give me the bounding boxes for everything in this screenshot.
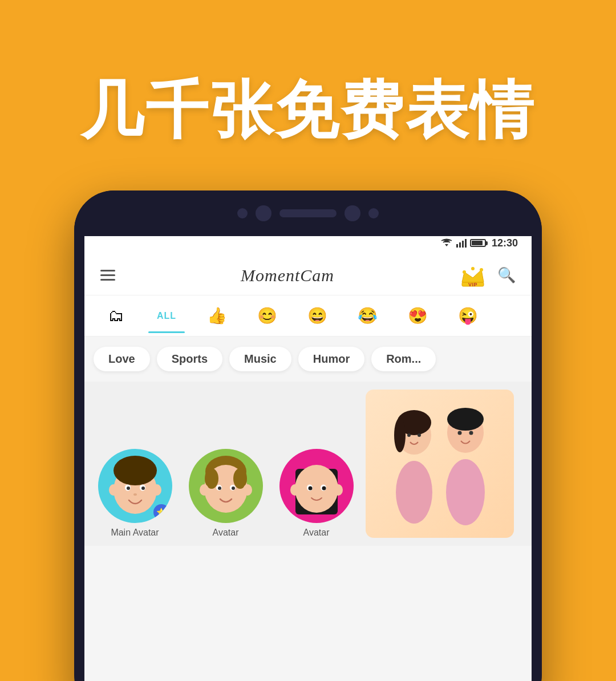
category-love[interactable]: Love bbox=[94, 347, 150, 371]
camera-dot-right2 bbox=[368, 208, 379, 218]
tongue-icon: 😜 bbox=[458, 308, 478, 324]
signal-icon bbox=[456, 238, 467, 248]
svg-point-25 bbox=[218, 487, 221, 490]
svg-rect-2 bbox=[459, 242, 461, 248]
camera-main bbox=[256, 205, 271, 221]
hi-icon: 😊 bbox=[257, 308, 277, 324]
tab-bar: 🗂 ALL 👍 😊 😄 😂 😍 bbox=[84, 295, 532, 337]
smile-icon: 😄 bbox=[307, 308, 327, 324]
hamburger-line-1 bbox=[100, 270, 115, 271]
avatar1-label: Avatar bbox=[213, 528, 239, 538]
status-time: 12:30 bbox=[492, 237, 518, 249]
laugh-icon: 😂 bbox=[358, 308, 378, 324]
avatar-card-1[interactable]: Avatar bbox=[184, 449, 267, 538]
tab-heart-eyes[interactable]: 😍 bbox=[395, 299, 440, 333]
couple-card[interactable] bbox=[366, 390, 514, 538]
svg-point-11 bbox=[114, 456, 157, 485]
heart-eyes-icon: 😍 bbox=[408, 308, 428, 324]
favorites-icon: 🗂 bbox=[108, 308, 124, 324]
avatar-circle-2 bbox=[279, 449, 354, 523]
main-avatar-badge: ⭐ bbox=[153, 504, 169, 520]
category-humor[interactable]: Humor bbox=[298, 347, 364, 371]
svg-point-18 bbox=[152, 484, 161, 496]
tab-tongue[interactable]: 😜 bbox=[445, 299, 491, 333]
svg-point-40 bbox=[396, 461, 432, 524]
hamburger-line-2 bbox=[100, 274, 115, 276]
hamburger-button[interactable] bbox=[100, 270, 115, 281]
battery-icon bbox=[470, 239, 486, 247]
tab-hi[interactable]: 😊 bbox=[244, 299, 290, 333]
vip-button[interactable]: VIP bbox=[460, 262, 486, 289]
tab-laugh[interactable]: 😂 bbox=[345, 299, 390, 333]
svg-rect-1 bbox=[456, 244, 458, 248]
couple-illustration bbox=[368, 401, 511, 538]
thumbsup-icon: 👍 bbox=[207, 308, 227, 324]
svg-point-33 bbox=[308, 487, 312, 491]
vip-label: VIP bbox=[468, 282, 477, 287]
svg-point-34 bbox=[322, 487, 326, 491]
app-header: MomentCam VIP 🔍 bbox=[84, 256, 532, 295]
svg-point-15 bbox=[141, 487, 145, 490]
svg-point-42 bbox=[418, 433, 421, 437]
svg-point-44 bbox=[447, 408, 484, 431]
tab-all[interactable]: ALL bbox=[144, 299, 189, 333]
svg-point-41 bbox=[407, 433, 411, 437]
avatar-circle-main: ⭐ bbox=[98, 449, 172, 523]
svg-point-7 bbox=[463, 270, 466, 274]
tab-favorites[interactable]: 🗂 bbox=[94, 299, 139, 333]
camera-right bbox=[345, 205, 360, 221]
svg-point-8 bbox=[471, 267, 475, 270]
tab-all-label: ALL bbox=[157, 311, 176, 321]
svg-point-9 bbox=[480, 268, 483, 271]
category-music[interactable]: Music bbox=[229, 347, 291, 371]
tab-smile[interactable]: 😄 bbox=[294, 299, 340, 333]
svg-point-35 bbox=[290, 484, 299, 496]
svg-rect-3 bbox=[462, 241, 464, 248]
tab-thumbsup[interactable]: 👍 bbox=[194, 299, 240, 333]
main-avatar-label: Main Avatar bbox=[111, 528, 159, 538]
wifi-icon bbox=[440, 238, 453, 248]
phone-mockup: 12:30 MomentCam bbox=[74, 190, 542, 681]
svg-point-46 bbox=[458, 431, 462, 435]
hero-text: 几千张免费表情 bbox=[0, 68, 616, 153]
category-bar: Love Sports Music Humor Rom... bbox=[84, 337, 532, 382]
search-icon[interactable]: 🔍 bbox=[497, 266, 516, 284]
app-logo: MomentCam bbox=[241, 266, 334, 285]
svg-point-45 bbox=[446, 459, 485, 525]
svg-point-26 bbox=[232, 487, 235, 490]
avatar-card-2[interactable]: Avatar bbox=[275, 449, 358, 538]
avatar2-label: Avatar bbox=[303, 528, 330, 538]
svg-point-36 bbox=[334, 484, 343, 496]
phone-speaker bbox=[279, 209, 337, 217]
header-right: VIP 🔍 bbox=[460, 262, 516, 289]
avatar-face-2 bbox=[285, 455, 348, 517]
category-romance[interactable]: Rom... bbox=[371, 347, 436, 371]
avatar-circle-1 bbox=[189, 449, 263, 523]
avatar-card-main[interactable]: ⭐ Main Avatar bbox=[94, 449, 176, 538]
svg-point-27 bbox=[200, 484, 209, 496]
svg-point-47 bbox=[469, 431, 473, 435]
svg-marker-0 bbox=[445, 244, 448, 246]
svg-point-30 bbox=[295, 465, 338, 513]
camera-dot-left bbox=[237, 208, 248, 218]
svg-point-28 bbox=[243, 484, 252, 496]
phone-screen: 12:30 MomentCam bbox=[84, 230, 532, 681]
svg-point-39 bbox=[394, 418, 406, 452]
svg-rect-4 bbox=[465, 239, 467, 248]
hamburger-line-3 bbox=[100, 279, 115, 281]
svg-point-14 bbox=[127, 487, 130, 490]
avatar-face-1 bbox=[194, 455, 257, 517]
svg-point-16 bbox=[133, 493, 137, 496]
svg-point-17 bbox=[109, 484, 118, 496]
category-sports[interactable]: Sports bbox=[157, 347, 222, 371]
phone-top-bar bbox=[74, 190, 542, 236]
